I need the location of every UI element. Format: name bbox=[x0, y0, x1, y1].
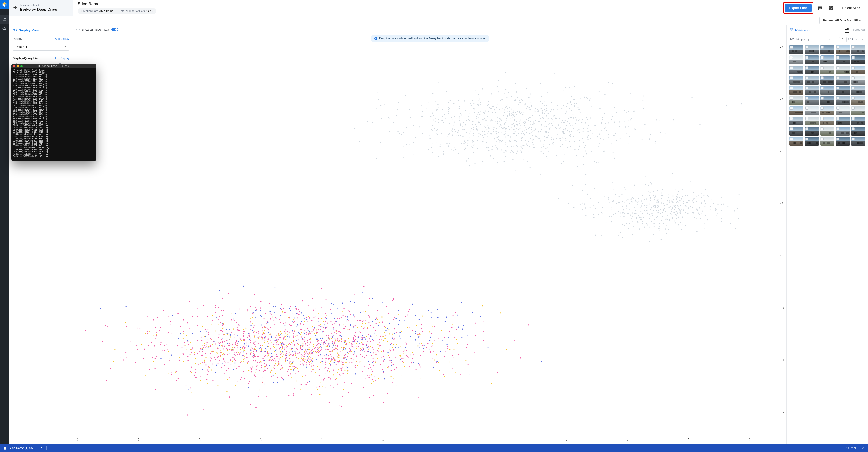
display-view-tab[interactable]: Display View bbox=[13, 28, 39, 34]
display-dropdown[interactable]: Data Split bbox=[13, 43, 69, 51]
thumbnail-checkbox[interactable] bbox=[852, 46, 855, 49]
thumbnail-checkbox[interactable] bbox=[805, 56, 808, 59]
thumbnail[interactable] bbox=[836, 45, 850, 54]
thumbnail[interactable] bbox=[820, 55, 834, 64]
thumbnail[interactable] bbox=[789, 76, 803, 85]
csv-preview-window[interactable]: Slice Name (1).csv 19,bdd/b1d0a191-2ed22… bbox=[11, 64, 96, 161]
thumbnail-checkbox[interactable] bbox=[790, 128, 793, 130]
thumbnail[interactable] bbox=[820, 45, 834, 54]
page-last-button[interactable]: » bbox=[860, 37, 865, 42]
thumbnail-checkbox[interactable] bbox=[821, 117, 824, 120]
thumbnail-checkbox[interactable] bbox=[805, 77, 808, 79]
thumbnail-checkbox[interactable] bbox=[790, 77, 793, 79]
app-logo[interactable] bbox=[0, 0, 9, 9]
thumbnail[interactable] bbox=[851, 86, 865, 95]
thumbnail-checkbox[interactable] bbox=[805, 97, 808, 100]
thumbnail[interactable] bbox=[836, 137, 850, 146]
delete-slice-button[interactable]: Delete Slice bbox=[838, 4, 864, 12]
thumbnail-checkbox[interactable] bbox=[821, 107, 824, 110]
thumbnail-checkbox[interactable] bbox=[821, 97, 824, 100]
thumbnail-checkbox[interactable] bbox=[805, 107, 808, 110]
page-input[interactable] bbox=[839, 37, 846, 42]
page-next-button[interactable]: › bbox=[855, 37, 859, 42]
thumbnail-checkbox[interactable] bbox=[852, 87, 855, 89]
rail-item-cloud[interactable] bbox=[0, 24, 9, 33]
thumbnail-checkbox[interactable] bbox=[836, 66, 839, 69]
thumbnail-checkbox[interactable] bbox=[836, 97, 839, 100]
thumbnail[interactable] bbox=[820, 86, 834, 95]
thumbnail-checkbox[interactable] bbox=[836, 107, 839, 110]
thumbnail-checkbox[interactable] bbox=[852, 77, 855, 79]
collapse-panel-button[interactable] bbox=[65, 29, 69, 34]
thumbnail-checkbox[interactable] bbox=[805, 87, 808, 89]
thumbnail[interactable] bbox=[820, 106, 834, 115]
thumbnail-checkbox[interactable] bbox=[790, 46, 793, 49]
thumbnail-checkbox[interactable] bbox=[821, 46, 824, 49]
thumbnail[interactable] bbox=[851, 76, 865, 85]
thumbnail[interactable] bbox=[836, 86, 850, 95]
thumbnail[interactable] bbox=[789, 116, 803, 125]
thumbnail-checkbox[interactable] bbox=[821, 87, 824, 89]
thumbnail[interactable] bbox=[851, 137, 865, 146]
thumbnail[interactable] bbox=[836, 55, 850, 64]
thumbnail[interactable] bbox=[805, 96, 819, 105]
thumbnail-checkbox[interactable] bbox=[805, 128, 808, 130]
thumbnail[interactable] bbox=[851, 65, 865, 75]
thumbnail-checkbox[interactable] bbox=[790, 87, 793, 89]
thumbnail[interactable] bbox=[805, 106, 819, 115]
thumbnail[interactable] bbox=[851, 55, 865, 64]
settings-button[interactable] bbox=[827, 4, 835, 12]
rail-item-folder[interactable] bbox=[0, 15, 9, 24]
remove-all-button[interactable]: Remove All Data from Slice bbox=[819, 17, 864, 24]
thumbnail[interactable] bbox=[836, 96, 850, 105]
export-slice-button[interactable]: Export Slice bbox=[785, 4, 812, 12]
thumbnail-checkbox[interactable] bbox=[836, 87, 839, 89]
thumbnail[interactable] bbox=[805, 116, 819, 125]
thumbnail-checkbox[interactable] bbox=[852, 128, 855, 130]
thumbnail-checkbox[interactable] bbox=[852, 66, 855, 69]
thumbnail-checkbox[interactable] bbox=[836, 117, 839, 120]
breadcrumb[interactable]: Back to Dataset Berkeley Deep Drive bbox=[9, 0, 73, 16]
scatter-canvas[interactable] bbox=[73, 25, 786, 444]
thumbnail[interactable] bbox=[820, 127, 834, 136]
thumbnail-checkbox[interactable] bbox=[836, 46, 839, 49]
thumbnail[interactable] bbox=[789, 86, 803, 95]
thumbnail-checkbox[interactable] bbox=[852, 107, 855, 110]
thumbnail[interactable] bbox=[789, 106, 803, 115]
thumbnail[interactable] bbox=[820, 96, 834, 105]
thumbnail[interactable] bbox=[836, 76, 850, 85]
thumbnail[interactable] bbox=[851, 96, 865, 105]
thumbnail-checkbox[interactable] bbox=[821, 77, 824, 79]
thumbnail[interactable] bbox=[851, 127, 865, 136]
thumbnail-checkbox[interactable] bbox=[790, 117, 793, 120]
thumbnail[interactable] bbox=[851, 116, 865, 125]
feature-space[interactable]: Show all hidden data i Drag the cursor w… bbox=[73, 25, 786, 444]
thumbnail[interactable] bbox=[789, 96, 803, 105]
thumbnail[interactable] bbox=[789, 127, 803, 136]
edit-display-link[interactable]: Edit Display bbox=[55, 57, 69, 60]
page-first-button[interactable]: « bbox=[827, 37, 832, 42]
thumbnail-checkbox[interactable] bbox=[852, 97, 855, 100]
thumbnail-checkbox[interactable] bbox=[805, 46, 808, 49]
download-file-chip[interactable]: Slice Name (1).csv bbox=[3, 446, 43, 450]
data-list-tab[interactable]: Data List bbox=[790, 28, 809, 33]
thumbnail[interactable] bbox=[820, 65, 834, 75]
thumbnail[interactable] bbox=[851, 45, 865, 54]
comment-button[interactable] bbox=[816, 4, 824, 12]
thumbnail[interactable] bbox=[836, 106, 850, 115]
thumbnail-checkbox[interactable] bbox=[852, 56, 855, 59]
thumbnail-checkbox[interactable] bbox=[805, 117, 808, 120]
thumbnail-checkbox[interactable] bbox=[790, 97, 793, 100]
thumbnail-checkbox[interactable] bbox=[790, 138, 793, 140]
thumbnail[interactable] bbox=[805, 76, 819, 85]
thumbnail-checkbox[interactable] bbox=[821, 128, 824, 130]
thumbnail[interactable] bbox=[820, 137, 834, 146]
thumbnail[interactable] bbox=[851, 106, 865, 115]
thumbnail[interactable] bbox=[789, 137, 803, 146]
thumbnail-checkbox[interactable] bbox=[852, 138, 855, 140]
thumbnail[interactable] bbox=[805, 137, 819, 146]
thumbnail-checkbox[interactable] bbox=[805, 138, 808, 140]
close-download-bar-button[interactable] bbox=[862, 446, 865, 450]
window-title-bar[interactable]: Slice Name (1).csv bbox=[11, 64, 96, 68]
panel-resize-handle[interactable]: || bbox=[786, 233, 786, 236]
